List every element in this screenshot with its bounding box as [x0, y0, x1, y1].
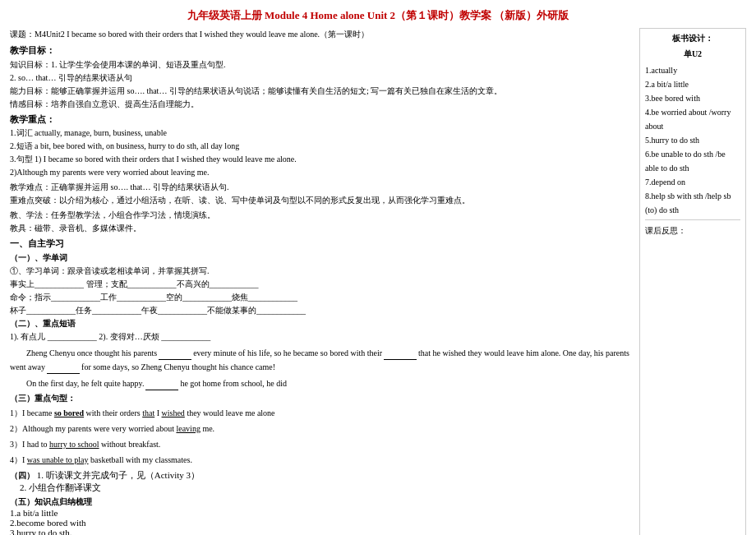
right-item6: 6.be unable to do sth /be able to do sth [645, 147, 740, 175]
part4-item2: 2. 小组合作翻译课文 [10, 482, 101, 492]
reading-text2: On the first day, he felt quite happy.he… [10, 376, 633, 390]
key-points: 教学重点： 1.词汇 actually, manage, burn, busin… [10, 113, 633, 180]
knowledge-goal2: 2. so… that… 引导的结果状语从句 [10, 73, 132, 82]
tools: 教具：磁带、录音机、多媒体课件。 [10, 224, 141, 233]
reading-line2: On the first day, he felt quite happy. [26, 379, 144, 388]
reading-start: Zheng Chenyu once thought his parents [26, 348, 157, 357]
key-item1: 1.词汇 actually, manage, burn, business, u… [10, 128, 167, 137]
right-item5: 5.hurry to do sth [645, 133, 740, 147]
methods: 教、学法：任务型教学法，小组合作学习法，情境演练。 教具：磁带、录音机、多媒体课… [10, 209, 633, 235]
blank3 [47, 373, 80, 374]
page-title: 九年级英语上册 Module 4 Home alone Unit 2（第１课时）… [10, 8, 746, 23]
part3-item1: 1）I became so bored with their orders th… [10, 406, 633, 420]
right-item1: 1.actually [645, 63, 740, 77]
part4-item1: 1. 听读课文并完成句子，见（Activity 3） [37, 470, 200, 480]
course-info: 课题：M4Unit2 I became so bored with their … [10, 28, 633, 40]
ability-goal: 能力目标：能够正确掌握并运用 so…. that… 引导的结果状语从句说话；能够… [10, 86, 502, 95]
right-item2: 2.a bit/a little [645, 77, 740, 91]
key-item2: 2.短语 a bit, bee bored with, on business,… [10, 141, 239, 150]
key-item4: 2)Although my parents were very worried … [10, 168, 209, 177]
part5-item3: 3.hurry to do sth. [10, 528, 71, 535]
right-item4: 4.be worried about /worry about [645, 105, 740, 133]
right-subtitle: 单U2 [645, 48, 740, 61]
part5-title: （五）知识点归纳梳理 [10, 497, 92, 506]
divider [645, 219, 740, 220]
part3-title: （三）重点句型： [10, 394, 76, 403]
teaching-method: 教、学法：任务型教学法，小组合作学习法，情境演练。 [10, 210, 215, 219]
left-column: 课题：M4Unit2 I became so bored with their … [10, 28, 633, 535]
reading-mid3: for some days, so Zheng Chenyu thought h… [81, 362, 275, 371]
teaching-goals: 教学目标： 知识目标：1. 让学生学会使用本课的单词、短语及重点句型. 2. s… [10, 44, 633, 111]
self-item1: 命令；指示____________工作____________空的_______… [10, 293, 297, 302]
part3-item4: 4）I was unable to play basketball with m… [10, 453, 633, 467]
key-title: 教学重点： [10, 114, 55, 124]
key-item3: 3.句型 1) I became so bored with their ord… [10, 155, 297, 164]
part4: （四） 1. 听读课文并完成句子，见（Activity 3） 2. 小组合作翻译… [10, 469, 633, 494]
part3-item3: 3）I had to hurry to school without break… [10, 437, 633, 451]
part3-item2: 2）Although my parents were very worried … [10, 422, 633, 436]
blank4 [145, 390, 178, 390]
goals-title: 教学目标： [10, 45, 55, 55]
self-study-title: 一、自主学习 [10, 238, 64, 248]
reading-mid4: he got home from school, he did [180, 379, 287, 388]
page-container: 九年级英语上册 Module 4 Home alone Unit 2（第１课时）… [0, 0, 756, 535]
part5-item1: 1.a bit/a little [10, 508, 58, 518]
emotion-goal: 情感目标：培养自强自立意识、提高生活自理能力。 [10, 99, 199, 108]
self-study: 一、自主学习 （一）、学单词 ①、学习单词：跟录音读或老相读单词，并掌握其拼写.… [10, 237, 633, 344]
part3: （三）重点句型： 1）I became so bored with their … [10, 393, 633, 467]
difficulty-focus: 重难点突破：以介绍为核心，通过小组活动，在听、读、说、写中使单词及句型以不同的形… [10, 196, 470, 205]
sub2-title: （二）、重点短语 [10, 319, 76, 328]
difficulty-title: 教学难点：正确掌握并运用 so…. that… 引导的结果状语从句. [10, 182, 228, 191]
blank1 [159, 359, 191, 360]
right-title: 板书设计： [645, 32, 740, 45]
part5-item2: 2.become bored with [10, 518, 86, 528]
part4-title: （四） [10, 471, 35, 480]
course-line1: 课题：M4Unit2 I became so bored with their … [10, 30, 369, 39]
reading-text: Zheng Chenyu once thought his parentseve… [10, 346, 633, 374]
difficulty: 教学难点：正确掌握并运用 so…. that… 引导的结果状语从句. 重难点突破… [10, 181, 633, 207]
reading-mid1: every minute of his life, so he became s… [193, 348, 382, 357]
right-item7: 7.depend on [645, 175, 740, 189]
sub1-title: （一）、学单词 [10, 253, 67, 262]
knowledge-goal: 知识目标：1. 让学生学会使用本课的单词、短语及重点句型. [10, 60, 226, 69]
right-item9: 课后反思： [645, 223, 740, 239]
phrase1: 1). 有点儿 ____________ 2). 变得对…厌烦 ________… [10, 332, 210, 341]
right-item8: 8.help sb with sth /help sb (to) do sth [645, 189, 740, 217]
main-layout: 课题：M4Unit2 I became so bored with their … [10, 28, 746, 535]
self-item2: 杯子____________任务____________午夜__________… [10, 306, 306, 315]
self-item0: 事实上____________ 管理；支配____________不高兴的___… [10, 279, 259, 288]
right-item3: 3.bee bored with [645, 91, 740, 105]
sub1-content: ①、学习单词：跟录音读或老相读单词，并掌握其拼写. [10, 266, 210, 275]
blank2 [384, 359, 417, 360]
right-column: 板书设计： 单U2 1.actually 2.a bit/a little 3.… [639, 28, 746, 535]
part5: （五）知识点归纳梳理 1.a bit/a little 2.become bor… [10, 496, 633, 535]
